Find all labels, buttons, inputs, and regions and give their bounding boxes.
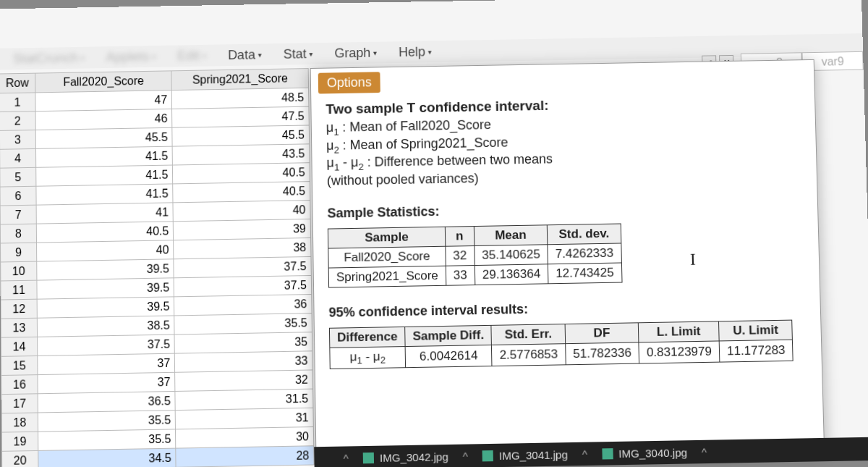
- options-button[interactable]: Options: [318, 72, 380, 93]
- stats-cell: Fall2020_Score: [328, 246, 446, 268]
- row-number[interactable]: 7: [0, 205, 36, 224]
- cell[interactable]: 43.5: [172, 144, 310, 165]
- menu-edit[interactable]: Edit▾: [177, 48, 206, 63]
- stats-cell: 32: [446, 245, 475, 266]
- cell[interactable]: 40.5: [173, 182, 310, 203]
- cell[interactable]: 41.5: [35, 146, 172, 167]
- ci-col-header: Std. Err.: [491, 324, 565, 345]
- stats-col-header: n: [445, 226, 474, 246]
- cell[interactable]: 40: [173, 201, 310, 222]
- cell[interactable]: 41: [36, 203, 174, 224]
- text-cursor-icon: I: [690, 250, 697, 269]
- row-number[interactable]: 15: [1, 355, 38, 375]
- cell[interactable]: 41.5: [36, 165, 173, 186]
- cell[interactable]: 37.5: [37, 335, 174, 355]
- ci-results-title: 95% confidence interval results:: [328, 297, 805, 321]
- cell[interactable]: 35: [174, 332, 312, 353]
- menu-graph[interactable]: Graph▾: [334, 45, 377, 61]
- cell[interactable]: 48.5: [172, 88, 309, 109]
- cell[interactable]: 31.5: [175, 389, 313, 411]
- cell[interactable]: 32: [175, 370, 313, 391]
- cell[interactable]: 39.5: [37, 259, 174, 280]
- cell[interactable]: 40.5: [36, 222, 174, 243]
- stats-col-header: Std. dev.: [547, 224, 621, 245]
- cell[interactable]: 39: [174, 219, 311, 240]
- column-header-fall2020[interactable]: Fall2020_Score: [35, 71, 172, 93]
- row-number[interactable]: 9: [1, 243, 37, 262]
- ci-cell: 2.5776853: [492, 343, 566, 366]
- cell[interactable]: 34.5: [38, 448, 176, 467]
- ci-cell: 0.83123979: [639, 341, 720, 363]
- cell[interactable]: 35.5: [38, 429, 176, 451]
- menu-stat[interactable]: Stat▾: [284, 46, 313, 62]
- row-number[interactable]: 16: [1, 375, 38, 395]
- row-number[interactable]: 18: [1, 413, 38, 432]
- row-number[interactable]: 20: [2, 450, 38, 467]
- cell[interactable]: 46: [35, 109, 172, 130]
- chevron-up-icon[interactable]: ^: [344, 452, 349, 464]
- cell[interactable]: 47.5: [172, 106, 309, 127]
- cell[interactable]: 38: [174, 237, 311, 258]
- cell[interactable]: 30: [176, 427, 314, 449]
- stats-row: Spring2021_Score3329.13636412.743425: [328, 263, 621, 287]
- sample-stats-title: Sample Statistics:: [327, 198, 803, 221]
- cell[interactable]: 28: [176, 446, 314, 467]
- cell[interactable]: 45.5: [172, 125, 309, 146]
- ci-results-table: DifferenceSample Diff.Std. Err.DFL. Limi…: [329, 319, 793, 369]
- cell[interactable]: 39.5: [37, 278, 174, 299]
- ci-col-header: DF: [565, 323, 639, 344]
- row-number[interactable]: 10: [1, 261, 37, 281]
- cell[interactable]: 35.5: [174, 314, 312, 335]
- cell[interactable]: 40.5: [173, 163, 310, 184]
- row-number[interactable]: 1: [0, 93, 35, 112]
- column-header-spring2021[interactable]: Spring2021_Score: [171, 69, 308, 91]
- row-number[interactable]: 2: [0, 112, 35, 131]
- row-number[interactable]: 4: [0, 148, 36, 168]
- cell[interactable]: 37: [38, 353, 175, 374]
- menu-applets[interactable]: Applets▾: [106, 49, 156, 65]
- column-header-row[interactable]: Row: [0, 73, 35, 93]
- taskbar-item[interactable]: IMG_3042.jpg: [363, 450, 448, 464]
- cell[interactable]: 31: [176, 408, 314, 429]
- stats-col-header: Mean: [474, 225, 548, 246]
- cell[interactable]: 45.5: [35, 127, 172, 148]
- stats-cell: 29.136364: [475, 264, 548, 285]
- cell[interactable]: 36.5: [38, 391, 175, 413]
- chevron-up-icon[interactable]: ^: [582, 447, 587, 460]
- row-number[interactable]: 5: [0, 167, 36, 187]
- row-number[interactable]: 3: [0, 130, 35, 150]
- row-number[interactable]: 11: [1, 280, 37, 300]
- taskbar-item[interactable]: IMG_3040.jpg: [602, 446, 687, 460]
- row-number[interactable]: 6: [0, 186, 36, 206]
- menu-statcrunch[interactable]: StatCrunch▾: [13, 50, 85, 67]
- cell[interactable]: 37.5: [174, 275, 312, 296]
- row-number[interactable]: 17: [1, 394, 38, 413]
- chevron-up-icon[interactable]: ^: [463, 450, 468, 462]
- chevron-up-icon[interactable]: ^: [702, 445, 707, 458]
- row-number[interactable]: 14: [1, 337, 37, 356]
- cell[interactable]: 35.5: [38, 411, 176, 432]
- row-number[interactable]: 8: [0, 224, 36, 243]
- ci-col-header: L. Limit: [638, 321, 719, 342]
- menu-data[interactable]: Data▾: [228, 47, 262, 63]
- ci-cell: 6.0042614: [405, 345, 492, 368]
- menu-help[interactable]: Help▾: [399, 44, 432, 60]
- row-number[interactable]: 19: [1, 432, 38, 451]
- sample-stats-table: SamplenMeanStd. dev. Fall2020_Score3235.…: [328, 223, 622, 287]
- cell[interactable]: 33: [175, 351, 313, 372]
- stats-cell: 12.743425: [548, 263, 621, 284]
- cell[interactable]: 39.5: [37, 297, 174, 318]
- cell[interactable]: 37: [38, 372, 175, 393]
- cell[interactable]: 47: [35, 91, 172, 112]
- row-number[interactable]: 13: [1, 318, 37, 337]
- cell[interactable]: 40: [36, 240, 174, 261]
- cell[interactable]: 38.5: [37, 316, 174, 337]
- spreadsheet[interactable]: Row Fall2020_Score Spring2021_Score 1474…: [0, 68, 315, 467]
- row-number[interactable]: 12: [1, 299, 37, 319]
- cell[interactable]: 41.5: [36, 184, 173, 205]
- stats-cell: 7.4262333: [548, 243, 621, 264]
- cell[interactable]: 37.5: [174, 256, 311, 277]
- cell[interactable]: 36: [174, 295, 312, 316]
- taskbar-item[interactable]: IMG_3041.jpg: [482, 448, 568, 462]
- results-panel: Options Two sample T confidence interval…: [310, 59, 825, 459]
